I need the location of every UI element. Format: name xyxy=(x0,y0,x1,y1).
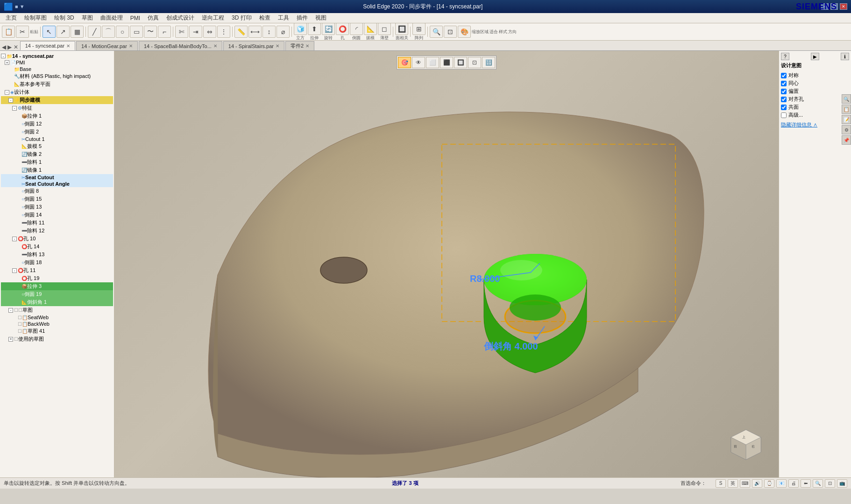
tree-draft5[interactable]: 📐 拨模 5 xyxy=(1,142,113,150)
tab-syncseat[interactable]: 14 - syncseat.par ✕ xyxy=(20,41,75,50)
nav-cube[interactable]: 上 右 前 xyxy=(727,426,765,463)
tree-ref-planes[interactable]: 📐 基本参考平面 xyxy=(1,80,113,88)
fillet-btn[interactable]: ⌐ xyxy=(158,26,171,38)
tree-remove12[interactable]: ➖ 除料 12 xyxy=(1,227,113,235)
smartdim-btn[interactable]: 📏 xyxy=(234,26,248,38)
status-icon2[interactable]: 英 xyxy=(728,479,738,488)
tree-extrude1[interactable]: 📦 拉伸 1 xyxy=(1,112,113,120)
app-close-btn[interactable]: ✕ xyxy=(840,3,847,10)
tree-features[interactable]: - ⚙ 特征 xyxy=(1,104,113,112)
tab-motiongear[interactable]: 14 - MotionGear.par ✕ xyxy=(76,41,138,50)
tree-cutout1[interactable]: ✂ Cutout 1 xyxy=(1,136,113,142)
cut-btn[interactable]: ✂ xyxy=(16,26,29,38)
menu-generative[interactable]: 创成式设计 xyxy=(163,13,198,23)
menu-sketch[interactable]: 绘制草图 xyxy=(21,13,50,23)
checkbox-coplanar[interactable]: 共面 xyxy=(781,104,849,111)
tree-mirror1[interactable]: 🔄 镜像 1 xyxy=(1,166,113,174)
tree-mirror2[interactable]: 🔄 镜像 2 xyxy=(1,150,113,158)
line-btn[interactable]: ╱ xyxy=(88,26,101,38)
facerel-btn[interactable]: 🔲 xyxy=(395,23,408,35)
status-icon4[interactable]: 🔊 xyxy=(752,479,762,488)
tree-design-body[interactable]: - ◈ 设计体 xyxy=(1,88,113,96)
dim4-btn[interactable]: ⌀ xyxy=(277,26,290,38)
tree-chamfer1[interactable]: 📐 倒斜角 1 xyxy=(1,298,113,306)
vp-eye-btn[interactable]: 👁 xyxy=(412,57,425,68)
help-btn[interactable]: ? xyxy=(781,53,789,60)
far-right-btn5[interactable]: 📌 xyxy=(842,135,851,145)
dim2-btn[interactable]: ⟷ xyxy=(248,26,262,38)
vp-num-btn[interactable]: 🔢 xyxy=(482,57,495,68)
tree-hole19[interactable]: ⭕ 孔 19 xyxy=(1,274,113,282)
checkbox-offset[interactable]: 偏置 xyxy=(781,88,849,95)
tree-round18[interactable]: ○ 倒圆 18 xyxy=(1,259,113,266)
menu-inspect[interactable]: 检查 xyxy=(255,13,274,23)
select2-btn[interactable]: ↗ xyxy=(57,26,70,38)
far-right-btn2[interactable]: 📋 xyxy=(842,105,851,114)
trim-btn[interactable]: ✄ xyxy=(175,26,188,38)
checkbox-concentric[interactable]: 同心 xyxy=(781,80,849,87)
paste-btn[interactable]: 📋 xyxy=(2,26,15,38)
spline-btn[interactable]: 〜 xyxy=(144,26,157,38)
tree-round15[interactable]: ○ 倒圆 15 xyxy=(1,195,113,203)
tree-sketch41[interactable]: ☐ 📋 草图 41 xyxy=(1,327,113,335)
draft-btn[interactable]: 📐 xyxy=(364,23,377,35)
tree-remove13[interactable]: ➖ 除料 13 xyxy=(1,251,113,259)
checkbox-advanced[interactable]: 高级... xyxy=(781,112,849,119)
status-icon3[interactable]: ⌨ xyxy=(740,479,750,488)
tab-spaceball[interactable]: 14 - SpaceBall-MainBodyTo... ✕ xyxy=(139,41,222,50)
tree-pmi[interactable]: + 📄 PMI xyxy=(1,59,113,66)
vp-edge-btn[interactable]: 🔲 xyxy=(454,57,467,68)
status-icon8[interactable]: ⬅ xyxy=(801,479,811,488)
menu-tools[interactable]: 工具 xyxy=(274,13,293,23)
tree-round13[interactable]: ○ 倒圆 13 xyxy=(1,203,113,211)
tree-round19[interactable]: ○ 倒圆 19 xyxy=(1,290,113,298)
far-right-btn1[interactable]: 🔍 xyxy=(842,94,851,104)
status-icon5[interactable]: ⌚ xyxy=(764,479,774,488)
tree-remove11[interactable]: ➖ 除料 11 xyxy=(1,219,113,227)
tree-root-item[interactable]: - 📁 14 - syncseat.par xyxy=(1,53,113,59)
offset-btn[interactable]: ⇥ xyxy=(189,26,202,38)
vp-section-btn[interactable]: ⊡ xyxy=(468,57,481,68)
status-icon11[interactable]: 📺 xyxy=(837,479,847,488)
status-icon1[interactable]: S xyxy=(716,479,726,488)
menu-3dprint[interactable]: 3D 打印 xyxy=(228,13,255,23)
status-icon9[interactable]: 🔍 xyxy=(813,479,823,488)
hole-btn[interactable]: ⭕ xyxy=(336,23,349,35)
checkbox-symmetry[interactable]: 对称 xyxy=(781,72,849,79)
tree-extrude3[interactable]: 📦 拉伸 3 xyxy=(1,282,113,290)
vp-wire-btn[interactable]: ⬜ xyxy=(426,57,439,68)
tree-backweb[interactable]: ☐ 📋 BackWeb xyxy=(1,321,113,327)
tree-round8[interactable]: ○ 倒圆 8 xyxy=(1,187,113,195)
menu-simulate[interactable]: 仿真 xyxy=(144,13,163,23)
status-icon10[interactable]: ⊡ xyxy=(825,479,835,488)
menu-pmi[interactable]: PMI xyxy=(127,14,144,22)
tree-hole11[interactable]: - ⭕ 孔 11 xyxy=(1,266,113,274)
tree-seat-cutout[interactable]: ✂ Seat Cutout xyxy=(1,174,113,181)
style-btn[interactable]: 🎨 xyxy=(458,26,471,38)
plane-btn[interactable]: ▦ xyxy=(71,26,84,38)
array-btn[interactable]: ⊞ xyxy=(412,23,426,35)
menu-reverse[interactable]: 逆向工程 xyxy=(198,13,228,23)
select-btn[interactable]: ↖ xyxy=(43,26,56,38)
tree-used-sketches[interactable]: + ☐ 使用的草图 xyxy=(1,335,113,343)
status-icon6[interactable]: 📧 xyxy=(776,479,787,488)
mirror-btn[interactable]: ⇔ xyxy=(203,26,216,38)
tree-hole10[interactable]: - ⭕ 孔 10 xyxy=(1,235,113,243)
pattern-btn[interactable]: ⋮ xyxy=(217,26,230,38)
dim3-btn[interactable]: ↕ xyxy=(262,26,276,38)
status-icon7[interactable]: 🖨 xyxy=(788,479,799,488)
fit-btn[interactable]: ⊡ xyxy=(444,26,457,38)
revolve-btn[interactable]: 🔄 xyxy=(322,23,335,35)
menu-sketch2[interactable]: 草图 xyxy=(78,13,97,23)
3d-viewport[interactable]: 🎯 👁 ⬜ ⬛ 🔲 ⊡ 🔢 xyxy=(114,51,779,477)
tree-sync-model[interactable]: - ⚡ 同步建模 xyxy=(1,96,113,104)
menu-surface[interactable]: 曲面处理 xyxy=(97,13,127,23)
tree-base[interactable]: 📁 Base xyxy=(1,66,113,72)
vp-shaded-btn[interactable]: ⬛ xyxy=(440,57,453,68)
vp-home-btn[interactable]: 🎯 xyxy=(398,57,411,68)
tree-material[interactable]: 🔧 材料 (ABS Plastic, high impact) xyxy=(1,72,113,80)
tree-round2[interactable]: ○ 倒圆 2 xyxy=(1,128,113,136)
tab-spiralstairs[interactable]: 14 - SpiralStairs.par ✕ xyxy=(223,41,284,50)
menu-home[interactable]: 主页 xyxy=(2,13,21,23)
hide-detail-btn[interactable]: 隐藏详细信息 ∧ xyxy=(781,121,849,128)
